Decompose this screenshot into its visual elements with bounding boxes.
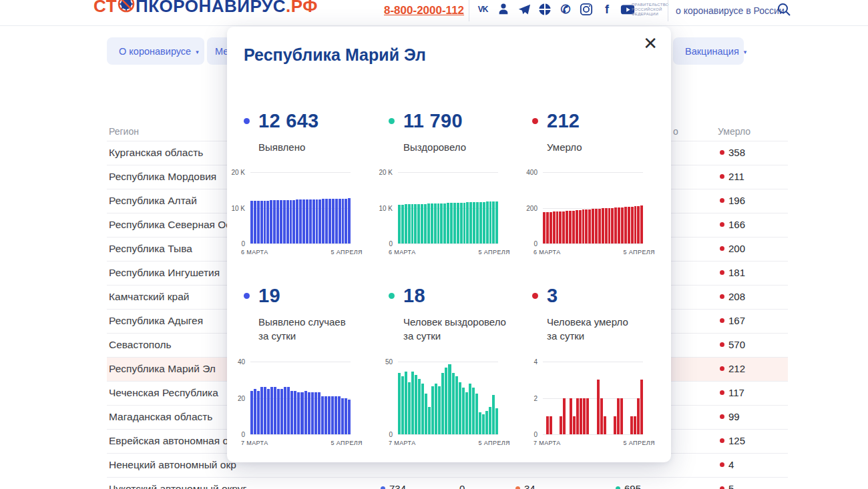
stat-dot [244,118,250,124]
bars [398,201,498,243]
bar [543,212,546,243]
bar [637,206,640,243]
bar [445,368,447,434]
logo-text-1: СТ [93,0,117,17]
bar [637,398,640,435]
bar [624,207,627,243]
government-label[interactable]: ПРАВИТЕЛЬСТВО РОССИЙСКОЙ ФЕДЕРАЦИИ [632,3,666,17]
region-name: Чеченская Республика [109,387,218,399]
bar [335,396,337,434]
bar [620,398,623,435]
region-details-modal: ✕ Республика Марий Эл 12 643 Выявлено 11… [227,27,671,462]
site-logo[interactable]: СТ ПКОРОНАВИРУС .РФ [93,0,318,17]
bar [617,398,620,435]
bar [585,209,588,243]
hotline-phone-link[interactable]: 8-800-2000-112 [384,4,464,17]
bar [634,416,636,434]
bar [306,199,308,243]
died-cell: 99 [720,411,740,422]
died-cell: 358 [720,147,745,158]
bar [290,200,292,243]
bar [634,206,637,243]
stat-dot [532,118,538,124]
bar [292,200,295,244]
x-end-label: 5 АПРЕЛЯ [479,249,511,256]
bar [598,209,601,243]
instagram-icon[interactable] [579,2,594,17]
bar [325,199,328,243]
bar [588,209,591,243]
y-tick-label: 50 [373,358,393,366]
nav-item-vaccination[interactable]: Вакцинация ▾ [673,37,744,65]
bar [328,396,331,434]
bar [335,199,338,243]
x-axis-labels: 7 МАРТА5 АПРЕЛЯ [241,440,363,446]
bar [621,207,624,243]
y-tick-label: 0 [517,431,537,438]
bar [318,392,320,434]
column-header-recovered-partial: о [673,126,678,137]
header-divider-1 [469,0,469,21]
nav-item-about-coronavirus[interactable]: О коронавирусе ▾ [107,37,204,65]
died-cell: 117 [720,387,744,398]
bar [274,387,276,434]
search-icon[interactable] [777,2,791,17]
bar [486,201,489,243]
bar [345,199,347,244]
bar [348,400,351,434]
died-cell: 212 [720,363,745,374]
bar [452,373,455,434]
bar [459,382,461,435]
telegram-icon[interactable] [517,2,531,17]
chart-plot [250,172,351,243]
bar [324,396,327,434]
modal-title: Республика Марий Эл [244,45,426,65]
bar [605,208,608,243]
bar [466,202,469,243]
region-name: Ненецкий автономный окр [109,459,236,471]
bar [302,199,305,243]
table-row[interactable]: Чукотский автономный округ7340346955 [107,477,788,489]
bar [550,416,552,434]
site-header: СТ ПКОРОНАВИРУС .РФ 8-800-2000-112 VK ✆ … [0,0,868,26]
bar [437,203,440,243]
bar [559,211,562,243]
bar [424,204,427,244]
bar [311,392,314,434]
died-cell: 200 [720,243,745,254]
region-name: Республика Северная Осет [109,219,241,231]
region-name: Еврейская автономная обл [109,435,240,447]
bar [614,207,617,243]
ok-icon[interactable] [496,2,511,17]
bar [631,207,634,243]
bar [266,201,269,244]
stat-confirmed-total: 12 643 Выявлено [244,109,319,154]
vk-icon[interactable]: VK [475,2,490,17]
stat-value: 18 [403,285,425,307]
bar [250,201,253,243]
y-tick-label: 10 K [373,204,393,211]
viber-icon[interactable]: ✆ [558,2,573,17]
active-cell: 34 [515,483,535,489]
died-cell: 125 [720,435,745,446]
bar [556,211,559,243]
bar [455,376,458,434]
x-start-label: 7 МАРТА [389,440,416,446]
stat-label: Выздоровело [403,140,466,154]
region-name: Республика Алтай [109,195,197,207]
bar [592,209,594,243]
y-tick-label: 40 [225,358,245,366]
zen-icon[interactable] [537,2,552,17]
bar [576,398,579,435]
region-name: Республика Тыва [109,243,192,255]
x-end-label: 5 АПРЕЛЯ [331,249,363,256]
bar [257,391,260,434]
bar [417,204,420,243]
stat-label: Выявлено случаев за сутки [258,315,346,343]
facebook-icon[interactable]: f [600,2,614,17]
bar [560,416,562,434]
column-header-region: Регион [109,126,139,137]
bar [573,416,576,434]
close-icon[interactable]: ✕ [643,33,658,53]
bar [580,398,582,435]
